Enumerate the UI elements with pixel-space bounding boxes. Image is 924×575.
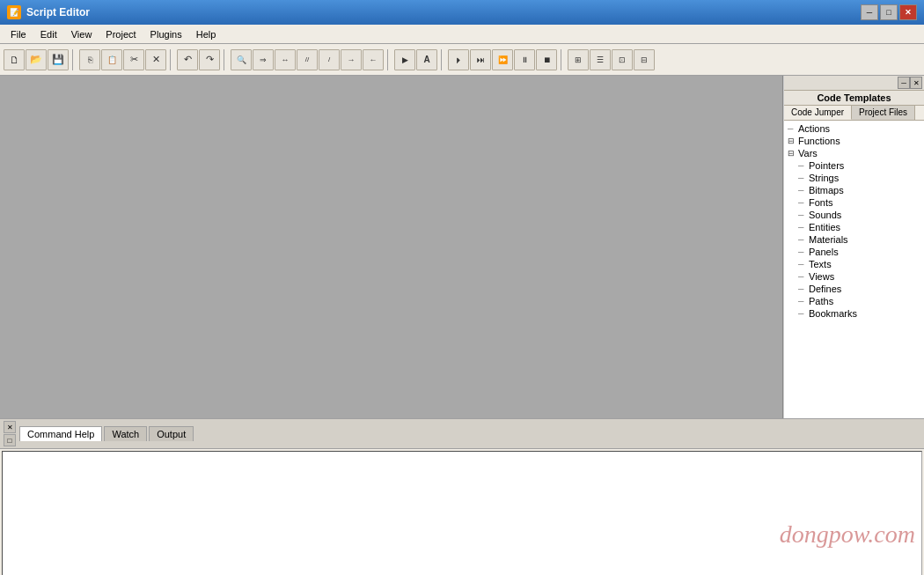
tree-expand-icon: ─ bbox=[798, 223, 807, 232]
layout3-button[interactable]: ⊡ bbox=[612, 49, 633, 70]
tree-expand-icon: ─ bbox=[798, 173, 807, 182]
window-controls: ─ □ ✕ bbox=[861, 4, 917, 20]
layout1-button[interactable]: ⊞ bbox=[568, 49, 589, 70]
minimize-button[interactable]: ─ bbox=[861, 4, 878, 20]
title-bar: 📝 Script Editor ─ □ ✕ bbox=[0, 0, 924, 25]
undo-button[interactable]: ↶ bbox=[177, 49, 198, 70]
tree-item-entities[interactable]: ─Entities bbox=[784, 221, 924, 233]
tree-item-bookmarks[interactable]: ─Bookmarks bbox=[784, 307, 924, 320]
format-button[interactable]: A bbox=[416, 49, 437, 70]
tree-item-functions[interactable]: ⊟Functions bbox=[784, 135, 924, 147]
tree-item-bitmaps[interactable]: ─Bitmaps bbox=[784, 184, 924, 196]
panel-close-btn[interactable]: ✕ bbox=[910, 77, 922, 89]
tree-item-defines[interactable]: ─Defines bbox=[784, 283, 924, 295]
tab-watch[interactable]: Watch bbox=[104, 426, 147, 441]
toolbar: 🗋 📂 💾 ⎘ 📋 ✂ ✕ ↶ ↷ 🔍 ⇒ ↔ // / → ← ▶ A ⏵ ⏭… bbox=[0, 44, 924, 76]
tree-expand-icon: ─ bbox=[798, 235, 807, 244]
unindent-button[interactable]: ← bbox=[363, 49, 384, 70]
panel-title: Code Templates bbox=[784, 91, 924, 106]
menu-plugins[interactable]: Plugins bbox=[143, 27, 189, 41]
tree-item-texts[interactable]: ─Texts bbox=[784, 258, 924, 270]
tree-item-label: Bitmaps bbox=[809, 185, 844, 195]
tree-expand-icon: ⊟ bbox=[788, 149, 796, 158]
tree-item-label: Defines bbox=[809, 284, 841, 294]
tree-item-pointers[interactable]: ─Pointers bbox=[784, 159, 924, 172]
tree-expand-icon: ─ bbox=[798, 210, 807, 219]
step-out-button[interactable]: ⏩ bbox=[492, 49, 513, 70]
menu-help[interactable]: Help bbox=[189, 27, 224, 41]
tree-expand-icon: ─ bbox=[798, 186, 807, 195]
editor-area[interactable] bbox=[0, 76, 783, 418]
step-over-button[interactable]: ⏭ bbox=[470, 49, 491, 70]
tree-item-fonts[interactable]: ─Fonts bbox=[784, 196, 924, 209]
tree-item-materials[interactable]: ─Materials bbox=[784, 233, 924, 246]
redo-button[interactable]: ↷ bbox=[199, 49, 220, 70]
maximize-button[interactable]: □ bbox=[880, 4, 898, 20]
tree-expand-icon: ─ bbox=[788, 124, 796, 133]
panel-icon-2[interactable]: □ bbox=[4, 434, 16, 446]
main-content: ─ ✕ Code Templates Code Jumper Project F… bbox=[0, 76, 924, 419]
tree-expand-icon: ─ bbox=[798, 247, 807, 256]
window-title: Script Editor bbox=[26, 6, 90, 18]
layout2-button[interactable]: ☰ bbox=[590, 49, 611, 70]
tab-code-jumper[interactable]: Code Jumper bbox=[784, 106, 852, 120]
tab-project-files[interactable]: Project Files bbox=[852, 106, 915, 120]
tree-item-label: Bookmarks bbox=[809, 308, 857, 319]
tree-item-label: Fonts bbox=[809, 197, 833, 208]
tree-item-label: Materials bbox=[809, 234, 848, 245]
sep2 bbox=[170, 49, 173, 70]
tree-item-label: Pointers bbox=[809, 160, 844, 171]
tree-item-paths[interactable]: ─Paths bbox=[784, 295, 924, 307]
tree-item-vars[interactable]: ⊟Vars bbox=[784, 147, 924, 159]
paste-button[interactable]: 📋 bbox=[101, 49, 122, 70]
run-button[interactable]: ▶ bbox=[394, 49, 415, 70]
cut-button[interactable]: ✂ bbox=[123, 49, 144, 70]
close-button[interactable]: ✕ bbox=[899, 4, 917, 20]
tree-expand-icon: ─ bbox=[798, 161, 807, 170]
menu-file[interactable]: File bbox=[4, 27, 33, 41]
copy-button[interactable]: ⎘ bbox=[79, 49, 100, 70]
tree-expand-icon: ─ bbox=[798, 272, 807, 281]
bottom-content-area[interactable] bbox=[2, 451, 922, 575]
layout4-button[interactable]: ⊟ bbox=[634, 49, 655, 70]
tab-output[interactable]: Output bbox=[149, 426, 194, 441]
panel-tab-bar: Code Jumper Project Files bbox=[784, 106, 924, 121]
tree-item-sounds[interactable]: ─Sounds bbox=[784, 209, 924, 221]
find-next-button[interactable]: ⇒ bbox=[253, 49, 274, 70]
tree-expand-icon: ─ bbox=[798, 284, 807, 293]
new-button[interactable]: 🗋 bbox=[4, 49, 25, 70]
tree-item-label: Vars bbox=[798, 148, 818, 158]
tree-item-label: Entities bbox=[809, 222, 840, 232]
tree-item-label: Views bbox=[809, 271, 834, 282]
tree-item-panels[interactable]: ─Panels bbox=[784, 246, 924, 258]
pause-button[interactable]: ⏸ bbox=[514, 49, 535, 70]
find-button[interactable]: 🔍 bbox=[231, 49, 252, 70]
tree-item-label: Functions bbox=[798, 136, 840, 146]
comment-button[interactable]: // bbox=[297, 49, 318, 70]
menu-view[interactable]: View bbox=[64, 27, 99, 41]
tree-item-label: Sounds bbox=[809, 210, 841, 220]
save-button[interactable]: 💾 bbox=[48, 49, 69, 70]
tree-expand-icon: ─ bbox=[798, 309, 807, 318]
replace-button[interactable]: ↔ bbox=[275, 49, 296, 70]
indent-button[interactable]: → bbox=[341, 49, 362, 70]
delete-button[interactable]: ✕ bbox=[145, 49, 166, 70]
open-button[interactable]: 📂 bbox=[26, 49, 47, 70]
sep3 bbox=[224, 49, 227, 70]
tree-expand-icon: ─ bbox=[798, 297, 807, 306]
menu-project[interactable]: Project bbox=[99, 27, 143, 41]
stop-button[interactable]: ⏹ bbox=[536, 49, 557, 70]
tree-item-views[interactable]: ─Views bbox=[784, 270, 924, 283]
tree-item-actions[interactable]: ─Actions bbox=[784, 122, 924, 135]
uncomment-button[interactable]: / bbox=[319, 49, 340, 70]
app-icon-text: 📝 bbox=[10, 8, 19, 17]
panel-minimize-btn[interactable]: ─ bbox=[898, 77, 910, 89]
step-into-button[interactable]: ⏵ bbox=[448, 49, 469, 70]
panel-icon-1[interactable]: ✕ bbox=[4, 421, 16, 433]
menu-edit[interactable]: Edit bbox=[33, 27, 64, 41]
tab-command-help[interactable]: Command Help bbox=[19, 426, 102, 441]
app-icon: 📝 bbox=[7, 5, 21, 19]
tree-expand-icon: ─ bbox=[798, 260, 807, 269]
tree-item-strings[interactable]: ─Strings bbox=[784, 172, 924, 184]
sep5 bbox=[441, 49, 444, 70]
